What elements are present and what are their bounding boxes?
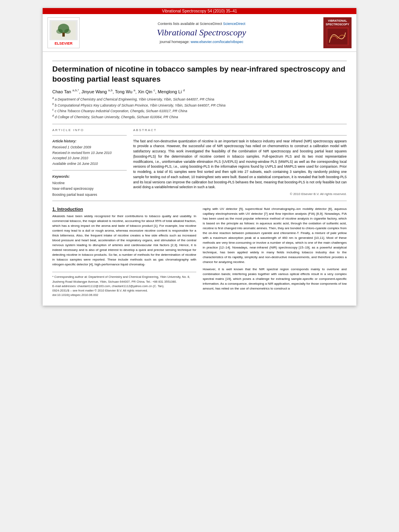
journal-header: ELSEVIER Contents lists available at Sci…	[43, 14, 356, 52]
intro-para-right-2: However, it is well known that the NIR s…	[203, 267, 347, 291]
header-center: Contents lists available at ScienceDirec…	[84, 17, 319, 48]
intro-para-right-1: raphy with UV detector [5], supercritica…	[203, 207, 347, 265]
affiliations: a a Department of Chemistry and Chemical…	[52, 96, 347, 119]
keyword-2: Boosting partial least squares	[52, 193, 97, 197]
sciencedirect-link[interactable]: ScienceDirect	[223, 22, 246, 26]
keywords-divider	[52, 170, 127, 170]
journal-logo-image	[327, 27, 349, 45]
main-right-column: raphy with UV detector [5], supercritica…	[203, 207, 347, 297]
abstract-divider	[133, 135, 347, 136]
elsevier-logo-image	[49, 20, 78, 40]
article-info-label: ARTICLE INFO	[52, 128, 127, 132]
svg-point-3	[56, 29, 63, 34]
main-left-column: 1. Introduction Alkaloids have been wide…	[52, 207, 196, 297]
article-history: Article history: Received 1 October 2009…	[52, 139, 127, 167]
abstract-column: ABSTRACT The fast and non-destructive qu…	[133, 128, 347, 198]
abstract-label: ABSTRACT	[133, 128, 347, 132]
journal-homepage-link[interactable]: www.elsevier.com/locate/vibspec	[191, 40, 243, 44]
intro-heading: 1. Introduction	[52, 207, 196, 212]
affil-b: b b Computational Physics Key Laboratory…	[52, 102, 347, 108]
history-label: Article history:	[52, 139, 127, 144]
journal-citation-bar: Vibrational Spectroscopy 54 (2010) 35–41	[43, 8, 356, 14]
keywords-label: Keywords:	[52, 174, 127, 179]
elsevier-logo: ELSEVIER	[47, 17, 80, 48]
article-info-abstract-section: ARTICLE INFO Article history: Received 1…	[52, 128, 347, 198]
article-info-divider	[52, 135, 127, 136]
journal-title: Vibrational Spectroscopy	[157, 27, 246, 38]
received-date: Received 1 October 2009	[52, 145, 91, 149]
svg-rect-2	[62, 33, 65, 37]
doi-text: doi:10.1016/j.vibspec.2010.06.002	[52, 293, 196, 297]
paper-title: Determination of nicotine in tobacco sam…	[52, 64, 347, 84]
keyword-0: Nicotine	[52, 181, 65, 185]
footnote-star: * Corresponding author at: Department of…	[52, 275, 196, 284]
body-divider	[52, 201, 347, 201]
main-content: 1. Introduction Alkaloids have been wide…	[52, 207, 347, 297]
contents-line: Contents lists available at ScienceDirec…	[158, 22, 245, 26]
revised-date: Received in revised form 10 June 2010	[52, 151, 111, 155]
footnote-email: E-mail addresses: chaotant1112@163.com, …	[52, 284, 196, 288]
copyright-line: © 2010 Elsevier B.V. All rights reserved…	[133, 192, 347, 196]
paper-body: Determination of nicotine in tobacco sam…	[43, 52, 356, 305]
vibrational-spectroscopy-logo-text: VIBRATIONAL SPECTROSCOPY	[325, 19, 350, 26]
svg-point-4	[64, 29, 71, 34]
authors-line: Chao Tan a,b,*, Jinyue Wang a,b, Tong Wu…	[52, 88, 347, 94]
abstract-text: The fast and non-destructive quantizatio…	[133, 139, 347, 190]
affil-c: c c China Tobacco Chuanyu Industrial Cor…	[52, 108, 347, 114]
accepted-date: Accepted 10 June 2010	[52, 156, 88, 160]
keyword-1: Near-infrared spectroscopy	[52, 187, 94, 191]
affil-a: a a Department of Chemistry and Chemical…	[52, 96, 347, 102]
page: Vibrational Spectroscopy 54 (2010) 35–41…	[43, 8, 356, 306]
affil-d: d d College of Chemistry, Sichuan Univer…	[52, 114, 347, 120]
journal-logo-right: VIBRATIONAL SPECTROSCOPY	[323, 17, 352, 48]
top-divider	[52, 61, 347, 61]
article-info-column: ARTICLE INFO Article history: Received 1…	[52, 128, 127, 198]
issn-text: 0924-2031/$ – see front matter © 2010 El…	[52, 288, 196, 293]
keywords-section: Keywords: Nicotine Near-infrared spectro…	[52, 174, 127, 198]
mid-divider	[52, 124, 347, 124]
journal-homepage: journal homepage: www.elsevier.com/locat…	[160, 40, 243, 44]
journal-citation: Vibrational Spectroscopy 54 (2010) 35–41	[162, 9, 237, 13]
available-date: Available online 16 June 2010	[52, 162, 98, 166]
elsevier-brand-text: ELSEVIER	[55, 41, 73, 45]
intro-para-1: Alkaloids have been widely recognized fo…	[52, 214, 196, 267]
footnote-area: * Corresponding author at: Department of…	[52, 272, 196, 297]
